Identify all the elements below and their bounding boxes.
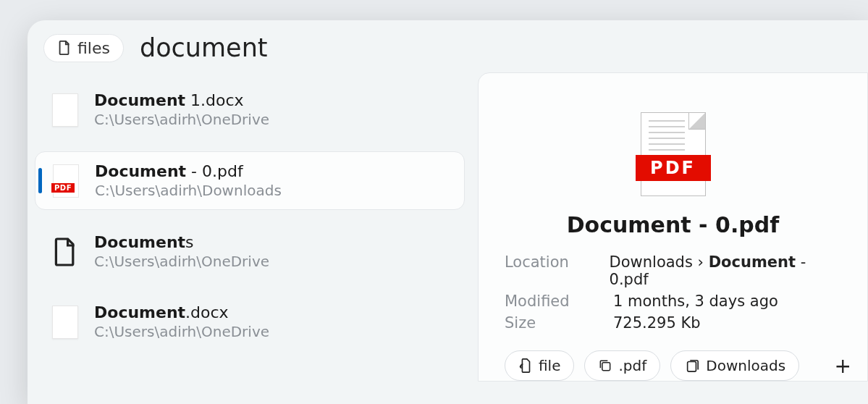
result-path: C:\Users\adirh\OneDrive: [94, 323, 452, 340]
result-item-selected[interactable]: Document - 0.pdf C:\Users\adirh\Download…: [35, 151, 465, 210]
result-path: C:\Users\adirh\OneDrive: [94, 253, 452, 270]
meta-value: 1 months, 3 days ago: [613, 293, 778, 310]
meta-label: Size: [505, 314, 613, 332]
chip-file[interactable]: file: [505, 350, 574, 381]
header: files document: [28, 33, 868, 72]
result-text: Document 1.docx C:\Users\adirh\OneDrive: [94, 91, 452, 128]
search-query[interactable]: document: [140, 33, 268, 62]
result-title: Documents: [94, 233, 452, 251]
app-window: files document Document 1.docx C:\Users\…: [28, 20, 868, 404]
result-text: Document - 0.pdf C:\Users\adirh\Download…: [95, 162, 451, 199]
preview-panel: PDF Document - 0.pdf Location Downloads …: [478, 72, 868, 382]
result-path: C:\Users\adirh\OneDrive: [94, 111, 452, 128]
doc-icon: [52, 306, 78, 339]
chip-pdf[interactable]: .pdf: [584, 350, 660, 381]
result-title: Document 1.docx: [94, 91, 452, 109]
category-pill-files[interactable]: files: [43, 34, 124, 62]
meta-label: Location: [505, 253, 610, 288]
main-content: Document 1.docx C:\Users\adirh\OneDrive …: [28, 72, 868, 382]
result-item[interactable]: Document.docx C:\Users\adirh\OneDrive: [35, 293, 465, 350]
file-icon: [52, 235, 78, 269]
folder-icon: [684, 358, 700, 373]
pdf-icon: [53, 164, 79, 198]
svg-rect-0: [602, 363, 610, 371]
results-list: Document 1.docx C:\Users\adirh\OneDrive …: [35, 72, 465, 382]
category-pill-label: files: [77, 39, 110, 57]
meta-label: Modified: [505, 293, 613, 310]
chip-label: file: [539, 357, 560, 374]
chip-label: .pdf: [618, 357, 646, 374]
result-item[interactable]: Document 1.docx C:\Users\adirh\OneDrive: [35, 81, 465, 138]
chip-downloads[interactable]: Downloads: [670, 350, 799, 381]
svg-rect-1: [688, 362, 696, 372]
chip-label: Downloads: [706, 357, 785, 374]
add-button[interactable]: +: [835, 354, 851, 378]
pdf-large-icon: PDF: [641, 112, 706, 196]
pdf-band: PDF: [636, 155, 711, 181]
preview-icon-area: PDF: [505, 95, 841, 212]
meta-size: Size 725.295 Kb: [505, 314, 841, 332]
result-title: Document.docx: [94, 303, 452, 321]
open-file-icon: [518, 358, 533, 374]
meta-value: 725.295 Kb: [613, 314, 701, 332]
doc-icon: [52, 93, 78, 127]
chip-row: file .pdf Downloads: [505, 350, 841, 381]
preview-filename: Document - 0.pdf: [505, 212, 841, 237]
meta-modified: Modified 1 months, 3 days ago: [505, 293, 841, 310]
meta-value: Downloads › Document - 0.pdf: [610, 253, 841, 288]
result-text: Documents C:\Users\adirh\OneDrive: [94, 233, 452, 270]
result-title: Document - 0.pdf: [95, 162, 451, 180]
file-icon: [57, 40, 72, 56]
meta-location: Location Downloads › Document - 0.pdf: [505, 253, 841, 288]
copy-icon: [598, 358, 612, 373]
result-path: C:\Users\adirh\Downloads: [95, 182, 451, 199]
result-text: Document.docx C:\Users\adirh\OneDrive: [94, 303, 452, 340]
result-item[interactable]: Documents C:\Users\adirh\OneDrive: [35, 223, 465, 280]
